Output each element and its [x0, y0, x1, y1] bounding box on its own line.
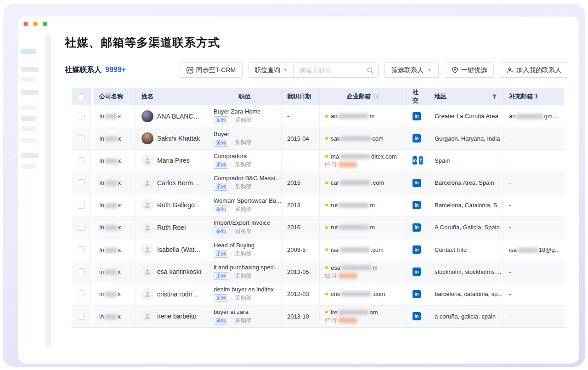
company-name: Inx: [99, 135, 121, 142]
linkedin-icon[interactable]: in: [413, 290, 421, 298]
screenshot: 社媒、邮箱等多渠道联系方式 社媒联系人 9999+ 同步至T-CRM: [0, 0, 588, 370]
position-query-select[interactable]: 职位查询 ▼: [249, 63, 293, 78]
email-redacted: [341, 265, 372, 270]
extra-email-empty: -: [509, 224, 511, 231]
contact-name-cell: esa kantinkoski: [136, 261, 208, 283]
row-checkbox[interactable]: [78, 157, 85, 164]
sync-to-crm-button[interactable]: 同步至T-CRM: [180, 63, 243, 78]
row-checkbox[interactable]: [78, 113, 85, 120]
row-checkbox[interactable]: [78, 290, 85, 297]
add-to-my-contacts-button[interactable]: 加入我的联系人: [500, 63, 568, 78]
generic-avatar-icon: [141, 244, 153, 256]
search-icon[interactable]: [367, 67, 374, 76]
select-all-checkbox[interactable]: [78, 93, 85, 100]
position-cell: Woman' Sportswear Bu...采购|采购部: [208, 194, 282, 216]
position-title: Comprador B&G Massi...: [214, 175, 280, 182]
company-cell: Inx: [94, 172, 136, 194]
filter-funnel-icon[interactable]: [492, 94, 498, 100]
linkedin-icon[interactable]: in: [413, 156, 417, 165]
email-status-dot: [325, 248, 328, 251]
row-checkbox[interactable]: [78, 313, 85, 320]
department-label: 采购部: [235, 139, 252, 147]
table-row: inxesa kantinkoskiit and purchasing spec…: [72, 261, 567, 283]
email-redacted: [338, 114, 368, 119]
row-checkbox[interactable]: [78, 246, 85, 253]
row-select-cell: [72, 105, 91, 127]
generic-avatar-icon: [141, 288, 153, 300]
department-label: 采购部: [235, 294, 252, 302]
extra-email-empty: -: [509, 313, 511, 320]
position-search-combo: 职位查询 ▼: [249, 63, 379, 78]
header-position: 职位: [208, 88, 282, 105]
linkedin-icon[interactable]: in: [413, 134, 421, 142]
header-email-label: 企业邮箱: [347, 92, 371, 101]
company-cell: Inx: [94, 150, 136, 171]
contact-name-cell: Ruth Gallego Agulló: [136, 194, 208, 216]
email-status-dot: [325, 137, 328, 140]
social-cell: in: [407, 283, 429, 305]
contact-name: esa kantinkoski: [157, 268, 201, 275]
linkedin-icon[interactable]: in: [413, 112, 421, 120]
row-select-cell: [72, 306, 91, 327]
contact-name-cell: Maria Pires: [136, 150, 208, 171]
email-cell: esam可: [320, 261, 407, 283]
one-click-optimize-button[interactable]: 一键优选: [445, 63, 494, 78]
row-checkbox[interactable]: [78, 224, 85, 231]
start-date-cell: 2015: [282, 172, 320, 194]
position-search-input[interactable]: [294, 63, 378, 77]
position-title: Compradora: [214, 153, 247, 159]
envelope-icon: [325, 273, 331, 278]
extra-email-redacted: [518, 248, 538, 253]
purchasing-tag: 采购: [214, 139, 228, 147]
sidebar-placeholder-bar: [21, 153, 39, 158]
chevron-down-icon: ▼: [427, 68, 432, 72]
extra-email-cell: -: [503, 172, 564, 194]
extra-email-empty: -: [509, 290, 511, 297]
row-checkbox[interactable]: [78, 135, 85, 142]
position-title: denim buyer en inditex: [214, 286, 274, 293]
email-redacted: [339, 203, 369, 208]
row-checkbox[interactable]: [78, 202, 85, 209]
linkedin-icon[interactable]: in: [413, 179, 421, 187]
company-redacted: [105, 314, 117, 319]
company-redacted: [105, 270, 117, 275]
region-cell: Spain: [429, 150, 503, 171]
header-region-label: 地区: [435, 92, 447, 101]
facebook-icon[interactable]: f: [419, 156, 424, 165]
row-checkbox[interactable]: [78, 179, 85, 186]
position-title: Woman' Sportswear Bu...: [214, 197, 281, 204]
linkedin-icon[interactable]: in: [413, 268, 421, 276]
extra-email: angm...: [509, 113, 557, 120]
email-redacted: [340, 154, 370, 159]
position-tags: 采购|采购部: [214, 116, 252, 124]
filter-contacts-button[interactable]: 筛选联系人 ▼: [384, 63, 439, 78]
position-title: Import/Export Invoice: [214, 219, 270, 226]
linkedin-icon[interactable]: in: [413, 223, 421, 232]
email-cell: anm: [320, 105, 407, 127]
row-select-cell: [72, 194, 91, 216]
linkedin-icon[interactable]: in: [413, 201, 421, 209]
company-name: inx: [99, 290, 121, 297]
email-cell: cris.com: [320, 283, 407, 305]
email-status-dot: [325, 293, 328, 296]
start-date-cell: 2015-04: [282, 127, 320, 149]
contact-name: Ruth Gallego Agulló: [157, 201, 202, 209]
row-checkbox[interactable]: [78, 268, 85, 275]
sidebar-placeholder-bar: [21, 116, 36, 121]
linkedin-icon[interactable]: in: [413, 312, 421, 320]
generic-avatar-icon: [141, 154, 153, 166]
sidebar-placeholder-bar: [21, 126, 36, 131]
info-icon[interactable]: [373, 93, 379, 100]
toolbar: 社媒联系人 9999+ 同步至T-CRM 职位查询: [65, 63, 568, 78]
envelope-icon: [325, 162, 331, 167]
table-row: InxIsabella (Watson) L...Head of Buying采…: [72, 238, 567, 260]
linkedin-icon[interactable]: in: [413, 245, 421, 254]
start-date-cell: 2013: [282, 194, 320, 216]
region-cell: Gurgaon, Haryana, India: [429, 127, 503, 149]
social-cell: in: [407, 127, 429, 149]
position-cell: Import/Export Invoice采购|财务部: [208, 216, 282, 238]
sidebar-placeholder-bar: [21, 164, 36, 169]
purchasing-tag: 采购: [214, 183, 228, 191]
company-name: inx: [99, 268, 121, 275]
position-cell: Compradora采购|采购部: [208, 150, 282, 171]
